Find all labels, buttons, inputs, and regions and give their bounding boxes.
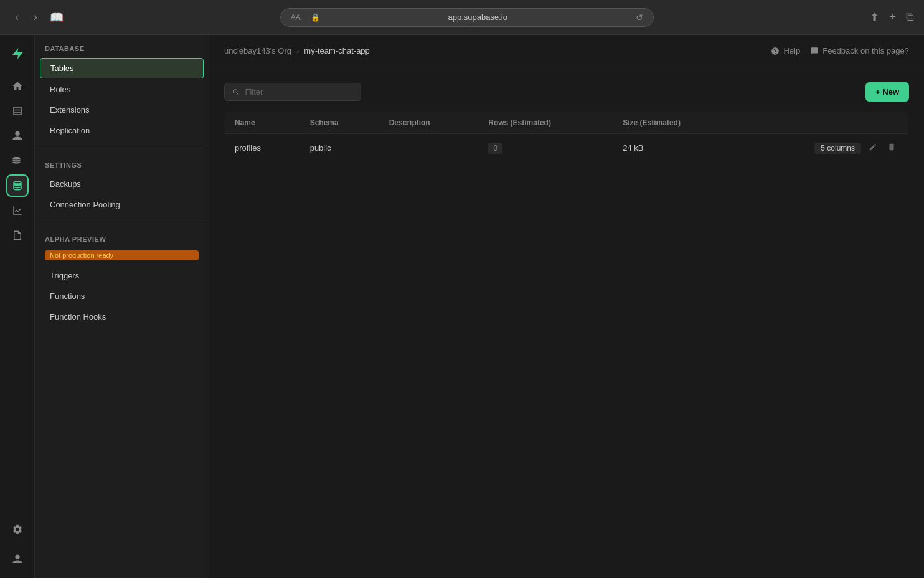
nav-divider-2 bbox=[35, 220, 209, 220]
nav-section-alpha-label: Alpha Preview bbox=[35, 225, 209, 248]
rail-icon-settings[interactable] bbox=[6, 518, 29, 541]
browser-book-icon[interactable]: 📖 bbox=[50, 11, 64, 24]
nav-item-roles[interactable]: Roles bbox=[40, 80, 204, 99]
nav-item-connection-pooling[interactable]: Connection Pooling bbox=[40, 195, 204, 214]
delete-icon bbox=[887, 143, 896, 151]
alpha-badge: Not production ready bbox=[45, 250, 199, 260]
tabs-icon[interactable]: ⧉ bbox=[906, 11, 914, 24]
rows-badge: 0 bbox=[488, 143, 502, 154]
nav-item-backups[interactable]: Backups bbox=[40, 174, 204, 194]
nav-item-replication[interactable]: Replication bbox=[40, 121, 204, 140]
app-container: Database Tables Roles Extensions Replica… bbox=[0, 35, 924, 578]
cell-size: 24 kB bbox=[613, 134, 739, 163]
filter-input[interactable] bbox=[245, 87, 353, 97]
browser-chrome: ‹ › 📖 AA 🔒 app.supabase.io ↺ ⬆ + ⧉ bbox=[0, 0, 924, 35]
breadcrumb-project[interactable]: my-team-chat-app bbox=[304, 46, 369, 55]
nav-item-triggers[interactable]: Triggers bbox=[40, 266, 204, 285]
cell-name: profiles bbox=[225, 134, 300, 163]
filter-input-wrap[interactable] bbox=[224, 83, 361, 101]
add-tab-icon[interactable]: + bbox=[889, 11, 896, 24]
nav-item-function-hooks[interactable]: Function Hooks bbox=[40, 307, 204, 326]
nav-panel: Database Tables Roles Extensions Replica… bbox=[35, 35, 209, 578]
rail-icon-profile[interactable] bbox=[6, 548, 29, 571]
top-bar: unclebay143's Org › my-team-chat-app Hel… bbox=[209, 35, 924, 67]
nav-item-functions[interactable]: Functions bbox=[40, 287, 204, 306]
edit-table-button[interactable] bbox=[866, 141, 880, 154]
refresh-icon[interactable]: ↺ bbox=[636, 12, 643, 22]
filter-bar: + New bbox=[224, 82, 909, 102]
content-area: + New Name Schema Description Rows (Esti… bbox=[209, 67, 924, 578]
help-circle-icon bbox=[771, 47, 780, 55]
col-header-name: Name bbox=[225, 112, 300, 134]
rail-icon-auth[interactable] bbox=[6, 125, 29, 147]
row-actions: 5 columns bbox=[749, 141, 898, 154]
share-icon[interactable]: ⬆ bbox=[870, 11, 879, 24]
rail-icon-reports[interactable] bbox=[6, 199, 29, 222]
breadcrumb: unclebay143's Org › my-team-chat-app bbox=[224, 46, 370, 55]
address-bar[interactable]: AA 🔒 app.supabase.io ↺ bbox=[280, 8, 654, 27]
new-button[interactable]: + New bbox=[865, 82, 909, 102]
rail-icon-storage[interactable] bbox=[6, 149, 29, 172]
rail-icon-table-editor[interactable] bbox=[6, 100, 29, 122]
help-label: Help bbox=[783, 46, 800, 55]
rail-icon-docs[interactable] bbox=[6, 224, 29, 247]
table-row[interactable]: profiles public 0 24 kB 5 columns bbox=[225, 134, 909, 163]
nav-item-tables[interactable]: Tables bbox=[40, 58, 204, 78]
delete-table-button[interactable] bbox=[885, 141, 898, 154]
filter-search-icon bbox=[232, 88, 240, 97]
icon-rail bbox=[0, 35, 35, 578]
rail-icon-database[interactable] bbox=[6, 174, 29, 197]
lock-icon: 🔒 bbox=[311, 13, 320, 22]
nav-section-settings-label: Settings bbox=[35, 151, 209, 174]
main-content: unclebay143's Org › my-team-chat-app Hel… bbox=[209, 35, 924, 578]
url-display: app.supabase.io bbox=[325, 12, 631, 22]
rail-icon-home[interactable] bbox=[6, 75, 29, 97]
cell-description bbox=[379, 134, 479, 163]
nav-section-database-label: Database bbox=[35, 35, 209, 57]
cell-actions: 5 columns bbox=[739, 134, 908, 163]
supabase-logo[interactable] bbox=[6, 42, 29, 65]
aa-label: AA bbox=[291, 13, 301, 22]
tables-list: Name Schema Description Rows (Estimated)… bbox=[224, 111, 909, 163]
browser-forward-button[interactable]: › bbox=[29, 8, 42, 26]
edit-icon bbox=[869, 143, 877, 151]
col-header-size: Size (Estimated) bbox=[613, 112, 739, 134]
browser-navigation: ‹ › bbox=[10, 8, 42, 26]
help-button[interactable]: Help bbox=[771, 46, 800, 55]
cell-schema: public bbox=[300, 134, 379, 163]
nav-item-extensions[interactable]: Extensions bbox=[40, 100, 204, 120]
feedback-label: Feedback on this page? bbox=[823, 46, 909, 55]
col-header-rows: Rows (Estimated) bbox=[478, 112, 613, 134]
col-header-description: Description bbox=[379, 112, 479, 134]
browser-back-button[interactable]: ‹ bbox=[10, 8, 24, 26]
nav-divider-1 bbox=[35, 146, 209, 146]
col-header-schema: Schema bbox=[300, 112, 379, 134]
browser-right-icons: ⬆ + ⧉ bbox=[870, 11, 914, 24]
feedback-button[interactable]: Feedback on this page? bbox=[810, 46, 909, 55]
cell-rows: 0 bbox=[478, 134, 613, 163]
table-header-row: Name Schema Description Rows (Estimated)… bbox=[225, 112, 909, 134]
feedback-icon bbox=[810, 47, 819, 55]
breadcrumb-separator: › bbox=[296, 46, 299, 55]
top-bar-actions: Help Feedback on this page? bbox=[771, 46, 909, 55]
breadcrumb-org[interactable]: unclebay143's Org bbox=[224, 46, 291, 55]
columns-badge: 5 columns bbox=[814, 143, 861, 154]
col-header-actions bbox=[739, 112, 908, 134]
